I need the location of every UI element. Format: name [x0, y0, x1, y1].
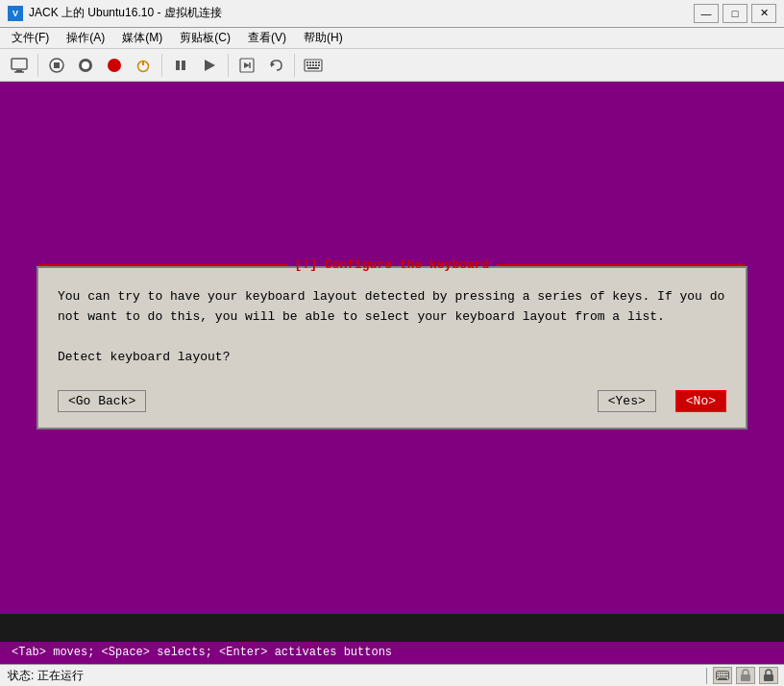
svg-rect-23	[306, 64, 308, 66]
svg-marker-16	[271, 61, 275, 67]
status-label: 状态:	[8, 669, 34, 682]
hints-text: <Tab> moves; <Space> selects; <Enter> ac…	[12, 646, 392, 659]
tb-pause-button[interactable]	[167, 52, 194, 79]
svg-rect-18	[306, 61, 308, 63]
svg-rect-4	[54, 62, 60, 68]
vm-display[interactable]: [!] Configure the keyboard You can try t…	[0, 82, 784, 614]
svg-rect-11	[182, 61, 185, 70]
maximize-button[interactable]: □	[723, 4, 747, 23]
minimize-button[interactable]: —	[694, 4, 719, 23]
svg-rect-39	[726, 675, 728, 677]
status-bar: 状态: 正在运行	[0, 664, 784, 686]
go-back-button[interactable]: <Go Back>	[58, 390, 146, 412]
app-icon: V	[8, 6, 23, 21]
svg-rect-28	[307, 67, 319, 69]
dialog-body-line1: You can try to have your keyboard layout…	[58, 287, 726, 307]
svg-rect-42	[764, 674, 773, 681]
tb-sep-2	[161, 54, 162, 77]
svg-rect-21	[315, 61, 317, 63]
tb-power-button[interactable]	[130, 52, 157, 79]
dialog-right-buttons: <Yes> <No>	[598, 390, 726, 412]
no-button[interactable]: <No>	[675, 390, 726, 412]
svg-rect-25	[312, 64, 314, 66]
title-bar: V JACK 上的 Ubuntu16.10 - 虚拟机连接 — □ ✕	[0, 0, 784, 28]
tb-sep-4	[294, 54, 295, 77]
svg-rect-30	[718, 673, 720, 674]
dialog-title-text: [!] Configure the keyboard	[287, 257, 498, 272]
tb-keyboard-button[interactable]	[300, 52, 327, 79]
svg-rect-36	[720, 675, 722, 677]
dialog-button-row: <Go Back> <Yes> <No>	[38, 382, 746, 428]
svg-rect-10	[176, 61, 180, 70]
svg-rect-32	[723, 673, 724, 674]
svg-rect-34	[726, 673, 728, 674]
hints-bar: <Tab> moves; <Space> selects; <Enter> ac…	[0, 642, 784, 664]
menu-help[interactable]: 帮助(H)	[296, 28, 351, 48]
svg-rect-27	[318, 64, 320, 66]
svg-rect-35	[718, 675, 720, 677]
menu-view[interactable]: 查看(V)	[240, 28, 294, 48]
tb-red-dot-button[interactable]	[101, 52, 128, 79]
svg-rect-33	[724, 673, 726, 674]
svg-rect-20	[312, 61, 314, 63]
svg-marker-12	[205, 60, 215, 71]
svg-point-6	[82, 61, 89, 69]
svg-rect-22	[318, 61, 320, 63]
svg-rect-26	[315, 64, 317, 66]
svg-rect-19	[309, 61, 311, 63]
svg-rect-31	[720, 673, 722, 674]
dialog-title-line-left	[38, 264, 287, 266]
svg-rect-37	[723, 675, 724, 677]
svg-rect-38	[724, 675, 726, 677]
menu-clipboard[interactable]: 剪贴板(C)	[172, 28, 238, 48]
menu-bar: 文件(F) 操作(A) 媒体(M) 剪贴板(C) 查看(V) 帮助(H)	[0, 28, 784, 49]
dialog-title-bar: [!] Configure the keyboard	[38, 257, 746, 272]
tb-stop-button[interactable]	[43, 52, 70, 79]
svg-rect-0	[12, 59, 27, 69]
window-title: JACK 上的 Ubuntu16.10 - 虚拟机连接	[29, 5, 222, 21]
tb-sep-3	[228, 54, 229, 77]
status-lock2-icon	[759, 667, 778, 684]
svg-rect-41	[741, 674, 750, 681]
tb-monitor-button[interactable]	[6, 52, 33, 79]
status-left: 状态: 正在运行	[0, 668, 707, 684]
dialog-title-line-right	[497, 264, 746, 266]
status-keyboard-icon	[713, 667, 732, 684]
svg-point-7	[108, 59, 121, 72]
tb-export-button[interactable]	[233, 52, 260, 79]
tb-circle-stop-button[interactable]	[72, 52, 99, 79]
menu-action[interactable]: 操作(A)	[59, 28, 112, 48]
svg-rect-40	[719, 678, 727, 680]
menu-media[interactable]: 媒体(M)	[114, 28, 170, 48]
svg-marker-14	[244, 62, 250, 68]
configure-keyboard-dialog: [!] Configure the keyboard You can try t…	[37, 266, 747, 429]
dialog-content: You can try to have your keyboard layout…	[38, 268, 746, 382]
black-bar	[0, 614, 784, 642]
close-button[interactable]: ✕	[751, 4, 776, 23]
toolbar	[0, 49, 784, 83]
yes-button[interactable]: <Yes>	[598, 390, 656, 412]
tb-sep-1	[37, 54, 38, 77]
dialog-body-line2: not want to do this, you will be able to…	[58, 307, 726, 328]
menu-file[interactable]: 文件(F)	[4, 28, 57, 48]
status-state: 正在运行	[37, 669, 84, 682]
dialog-body-line4: Detect keyboard layout?	[58, 348, 726, 368]
tb-play-button[interactable]	[196, 52, 223, 79]
status-right	[707, 667, 784, 684]
svg-rect-24	[309, 64, 311, 66]
tb-undo-button[interactable]	[262, 52, 289, 79]
status-lock-icon	[736, 667, 755, 684]
